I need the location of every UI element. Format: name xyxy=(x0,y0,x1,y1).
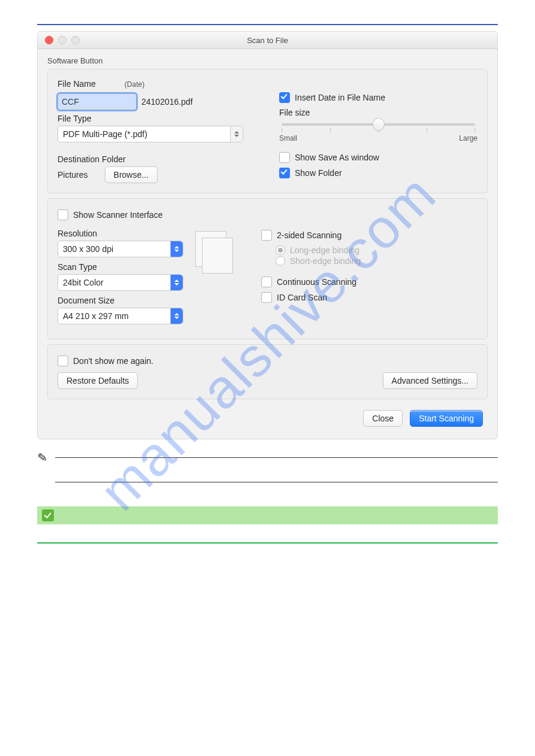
document-size-combo[interactable]: A4 210 x 297 mm xyxy=(58,308,183,324)
show-folder-checkbox[interactable] xyxy=(279,168,290,178)
section-label: Software Button xyxy=(47,56,488,65)
document-size-label: Document Size xyxy=(58,296,183,305)
two-sided-label: 2-sided Scanning xyxy=(277,230,341,240)
related-info-bar xyxy=(37,506,498,524)
short-edge-radio-row: Short-edge binding xyxy=(276,256,477,266)
short-edge-label: Short-edge binding xyxy=(290,256,361,266)
combo-chevron-icon xyxy=(170,275,183,290)
preview-thumbnail-icon xyxy=(195,231,226,267)
date-label: (Date) xyxy=(125,80,144,89)
resolution-label: Resolution xyxy=(58,229,183,238)
id-card-scan-checkbox[interactable] xyxy=(261,292,272,303)
file-settings-panel: File Name (Date) 24102016.pdf File Type … xyxy=(47,69,488,193)
browse-button[interactable]: Browse... xyxy=(105,166,158,183)
date-suffix: 24102016.pdf xyxy=(141,97,193,107)
file-size-label: File size xyxy=(279,108,477,117)
long-edge-radio[interactable] xyxy=(276,245,285,255)
titlebar: Scan to File xyxy=(38,32,497,49)
note-separator: ✎ xyxy=(37,457,498,482)
dialog-title: Scan to File xyxy=(38,36,497,45)
show-scanner-interface-label: Show Scanner Interface xyxy=(73,210,162,220)
file-size-slider[interactable]: Small Large xyxy=(279,123,477,142)
id-card-scan-label: ID Card Scan xyxy=(277,293,327,302)
scan-type-combo[interactable]: 24bit Color xyxy=(58,274,183,291)
misc-panel: Don't show me again. Restore Defaults Ad… xyxy=(47,344,488,399)
show-save-as-label: Show Save As window xyxy=(295,153,379,162)
insert-date-label: Insert Date in File Name xyxy=(295,93,385,102)
check-icon xyxy=(42,509,54,521)
destination-folder-value: Pictures xyxy=(58,170,88,180)
start-scanning-button[interactable]: Start Scanning xyxy=(410,410,483,427)
long-edge-radio-row: Long-edge binding xyxy=(276,245,477,255)
combo-chevron-icon xyxy=(170,241,183,257)
scan-type-value: 24bit Color xyxy=(63,278,104,287)
file-name-input[interactable] xyxy=(58,93,137,110)
green-rule xyxy=(37,542,498,544)
combo-chevron-icon xyxy=(170,308,183,324)
show-scanner-interface-checkbox[interactable] xyxy=(58,210,68,220)
destination-folder-label: Destination Folder xyxy=(58,154,261,164)
long-edge-label: Long-edge binding xyxy=(290,245,359,255)
dont-show-label: Don't show me again. xyxy=(73,356,153,366)
scan-type-label: Scan Type xyxy=(58,262,183,272)
file-type-value: PDF Multi-Page (*.pdf) xyxy=(63,129,147,139)
resolution-value: 300 x 300 dpi xyxy=(63,244,113,254)
pencil-icon: ✎ xyxy=(37,450,48,464)
dont-show-checkbox[interactable] xyxy=(58,356,68,366)
show-folder-label: Show Folder xyxy=(295,168,342,178)
advanced-settings-button[interactable]: Advanced Settings... xyxy=(383,372,477,389)
continuous-scanning-checkbox[interactable] xyxy=(261,277,272,287)
file-name-label: File Name xyxy=(58,79,96,89)
restore-defaults-button[interactable]: Restore Defaults xyxy=(58,372,138,389)
combo-chevron-icon xyxy=(230,126,243,142)
two-sided-checkbox[interactable] xyxy=(261,230,272,241)
scan-settings-panel: Show Scanner Interface Resolution 300 x … xyxy=(47,198,488,339)
file-size-small-label: Small xyxy=(279,134,297,142)
close-button[interactable]: Close xyxy=(363,410,403,427)
resolution-combo[interactable]: 300 x 300 dpi xyxy=(58,241,183,257)
file-size-large-label: Large xyxy=(459,134,477,142)
file-type-combo[interactable]: PDF Multi-Page (*.pdf) xyxy=(58,126,243,142)
continuous-scanning-label: Continuous Scanning xyxy=(277,277,356,287)
scan-to-file-dialog: Scan to File Software Button File Name (… xyxy=(37,31,498,439)
document-size-value: A4 210 x 297 mm xyxy=(63,311,129,321)
file-type-label: File Type xyxy=(58,114,261,123)
show-save-as-checkbox[interactable] xyxy=(279,152,290,163)
short-edge-radio[interactable] xyxy=(276,256,285,266)
insert-date-checkbox[interactable] xyxy=(279,92,290,103)
header-rule xyxy=(37,24,498,25)
